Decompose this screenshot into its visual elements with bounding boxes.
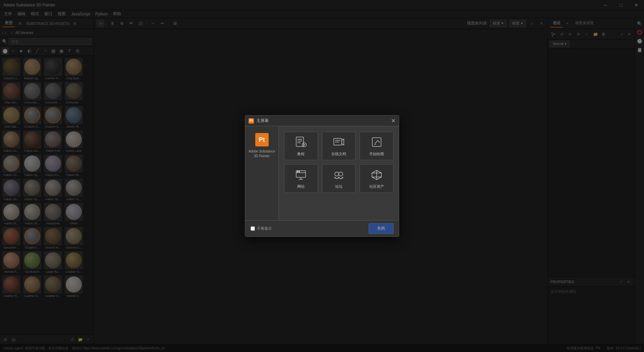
dialog-action-community[interactable]: 社区资产 — [360, 164, 393, 193]
dialog-action-start-draw[interactable]: 开始绘图 — [360, 132, 393, 160]
svg-rect-7 — [334, 138, 342, 145]
svg-point-21 — [335, 172, 339, 176]
dialog-action-online-docs[interactable]: 在线文档 — [322, 132, 356, 160]
forum-icon — [332, 168, 345, 181]
dialog-app-name: Adobe Substance 3D Painter — [249, 149, 275, 159]
dialog-footer: 不再显示 关闭 — [245, 220, 399, 236]
svg-marker-10 — [342, 139, 344, 145]
dialog-actions-grid: 教程 在线文档 — [284, 132, 393, 193]
dialog-close-button[interactable]: ✕ — [391, 118, 395, 124]
svg-line-12 — [375, 140, 378, 144]
online-docs-icon — [332, 135, 345, 149]
dialog-overlay: Pt 主屏幕 ✕ Pt Adobe Substance 3D Painter — [0, 0, 644, 352]
website-icon — [294, 168, 308, 181]
website-label: 网站 — [297, 184, 305, 189]
svg-point-17 — [297, 171, 298, 172]
dialog-content: 教程 在线文档 — [279, 126, 399, 220]
dialog-sidebar: Pt Adobe Substance 3D Painter — [245, 126, 279, 220]
online-docs-label: 在线文档 — [331, 151, 346, 157]
forum-label: 论坛 — [335, 184, 342, 189]
svg-rect-11 — [372, 138, 381, 146]
dont-show-input[interactable] — [251, 226, 255, 231]
dialog-action-tutorials[interactable]: 教程 — [284, 132, 318, 160]
dialog-body: Pt Adobe Substance 3D Painter — [245, 126, 399, 220]
community-label: 社区资产 — [369, 184, 384, 189]
dialog-action-forum[interactable]: 论坛 — [322, 164, 356, 193]
dialog-pt-icon: Pt — [249, 118, 254, 124]
dialog-title: 主屏幕 — [257, 118, 269, 124]
dialog: Pt 主屏幕 ✕ Pt Adobe Substance 3D Painter — [245, 115, 399, 237]
tutorials-label: 教程 — [297, 151, 305, 157]
dialog-logo: Pt — [255, 133, 269, 146]
start-draw-icon — [370, 135, 383, 149]
dialog-close-btn[interactable]: 关闭 — [369, 223, 393, 234]
tutorials-icon — [294, 135, 308, 149]
start-draw-label: 开始绘图 — [369, 151, 384, 157]
community-icon — [370, 168, 383, 181]
dialog-header: Pt 主屏幕 ✕ — [245, 116, 399, 126]
svg-point-18 — [299, 171, 300, 172]
svg-point-22 — [339, 172, 343, 176]
dont-show-checkbox[interactable]: 不再显示 — [251, 226, 272, 231]
dont-show-label: 不再显示 — [257, 226, 272, 231]
dialog-action-website[interactable]: 网站 — [284, 164, 318, 193]
